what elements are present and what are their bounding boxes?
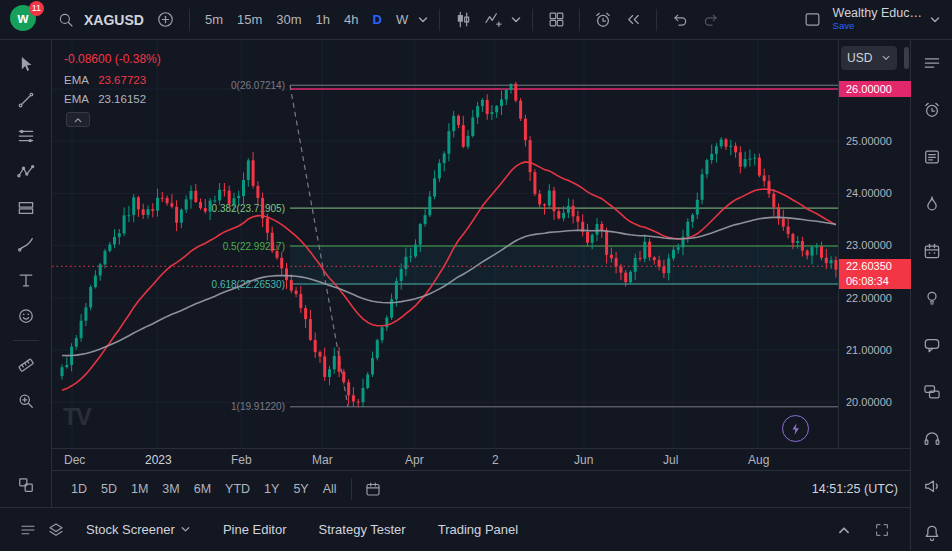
range-1d[interactable]: 1D bbox=[64, 478, 94, 500]
fib-retracement-icon bbox=[16, 126, 36, 146]
bottom-panel: Stock Screener Pine Editor Strategy Test… bbox=[0, 507, 910, 551]
tab-trading-panel[interactable]: Trading Panel bbox=[422, 516, 534, 543]
text-tool-button[interactable] bbox=[12, 266, 40, 294]
announcements-button[interactable] bbox=[919, 473, 945, 499]
drawing-toolbar bbox=[0, 40, 52, 507]
redo-button[interactable] bbox=[696, 6, 724, 34]
watchlist-button[interactable] bbox=[919, 50, 945, 76]
indicators-button[interactable] bbox=[479, 6, 507, 34]
emoji-smiley-icon bbox=[16, 306, 36, 326]
timeframe-30m[interactable]: 30m bbox=[270, 8, 307, 31]
brush-tool-button[interactable] bbox=[12, 230, 40, 258]
toolbar-separator bbox=[532, 9, 533, 31]
chart-style-button[interactable] bbox=[449, 6, 477, 34]
zoom-in-icon bbox=[16, 391, 36, 411]
fib-retracement-tool-button[interactable] bbox=[12, 122, 40, 150]
save-status-label[interactable]: Save bbox=[833, 21, 855, 31]
range-5d[interactable]: 5D bbox=[94, 478, 124, 500]
support-button[interactable] bbox=[919, 426, 945, 452]
timeframe-1w[interactable]: W bbox=[390, 8, 414, 31]
timeframe-1d-active[interactable]: D bbox=[367, 8, 388, 31]
hotlists-button[interactable] bbox=[919, 191, 945, 217]
legend-collapse-button[interactable] bbox=[66, 112, 90, 127]
ideas-button[interactable] bbox=[919, 285, 945, 311]
timeframe-4h[interactable]: 4h bbox=[338, 8, 364, 31]
save-layout-button[interactable] bbox=[799, 6, 827, 34]
toolbar-separator bbox=[351, 478, 352, 500]
object-tree-button[interactable] bbox=[12, 471, 40, 499]
range-all[interactable]: All bbox=[316, 478, 344, 500]
app-logo[interactable]: w 11 bbox=[10, 5, 40, 35]
instant-trading-button[interactable] bbox=[782, 415, 809, 442]
currency-value: USD bbox=[847, 51, 872, 65]
zoom-in-tool-button[interactable] bbox=[12, 387, 40, 415]
headset-icon bbox=[922, 429, 942, 449]
screener-list-button[interactable] bbox=[14, 516, 42, 544]
undo-button[interactable] bbox=[666, 6, 694, 34]
candlestick-chart[interactable]: 0(26.07214)0.382(23.71905)0.5(22.99217)0… bbox=[52, 40, 838, 448]
public-chats-button[interactable] bbox=[919, 379, 945, 405]
panel-expand-button[interactable] bbox=[830, 516, 858, 544]
alert-clock-icon bbox=[593, 10, 613, 30]
price-scale[interactable]: USD 26.00000 25.00000 24.00000 23.00000 … bbox=[838, 40, 910, 448]
chevron-down-icon bbox=[417, 14, 429, 26]
chart-canvas[interactable]: 0(26.07214)0.382(23.71905)0.5(22.99217)0… bbox=[52, 40, 910, 448]
pattern-tool-button[interactable] bbox=[12, 158, 40, 186]
range-ytd[interactable]: YTD bbox=[218, 478, 257, 500]
time-axis[interactable]: Dec 2023 Feb Mar Apr 2 Jun Jul Aug bbox=[52, 448, 910, 470]
indicators-menu-button[interactable] bbox=[509, 13, 523, 27]
tab-stock-screener[interactable]: Stock Screener bbox=[70, 516, 207, 543]
tab-strategy-tester[interactable]: Strategy Tester bbox=[302, 516, 421, 543]
time-label-aug: Aug bbox=[748, 453, 769, 467]
tab-pine-editor[interactable]: Pine Editor bbox=[207, 516, 303, 543]
alert-price-badge[interactable]: 26.00000 bbox=[839, 81, 911, 97]
create-alert-button[interactable] bbox=[589, 6, 617, 34]
go-to-date-button[interactable] bbox=[359, 475, 387, 503]
chat-button[interactable] bbox=[919, 332, 945, 358]
panel-layers-button[interactable] bbox=[42, 516, 70, 544]
symbol-name[interactable]: XAGUSD bbox=[84, 12, 144, 28]
time-label-may2: 2 bbox=[492, 453, 499, 467]
timeframe-menu-button[interactable] bbox=[416, 13, 430, 27]
range-6m[interactable]: 6M bbox=[187, 478, 218, 500]
layout-name-menu[interactable]: Wealthy Educ… Save bbox=[833, 7, 922, 31]
scrollbar-thumb[interactable] bbox=[904, 47, 909, 69]
chevron-down-icon bbox=[510, 14, 522, 26]
range-5y[interactable]: 5Y bbox=[286, 478, 315, 500]
range-1m[interactable]: 1M bbox=[124, 478, 155, 500]
panel-maximize-button[interactable] bbox=[868, 516, 896, 544]
utc-clock[interactable]: 14:51:25 (UTC) bbox=[812, 482, 898, 496]
cursor-tool-button[interactable] bbox=[12, 50, 40, 78]
top-toolbar: w 11 XAGUSD 5m 15m 30m 1h 4h D W bbox=[0, 0, 952, 40]
timeframe-5m[interactable]: 5m bbox=[199, 8, 229, 31]
hotlists-flame-icon bbox=[922, 194, 942, 214]
trading-app: w 11 XAGUSD 5m 15m 30m 1h 4h D W bbox=[0, 0, 952, 551]
range-3m[interactable]: 3M bbox=[155, 478, 186, 500]
trendline-tool-button[interactable] bbox=[12, 86, 40, 114]
svg-text:0.618(22.26530): 0.618(22.26530) bbox=[212, 279, 285, 290]
timeframe-15m[interactable]: 15m bbox=[231, 8, 268, 31]
notifications-button[interactable] bbox=[919, 520, 945, 546]
grid-layout-icon bbox=[547, 10, 566, 29]
position-tool-button[interactable] bbox=[12, 194, 40, 222]
text-tool-icon bbox=[16, 270, 36, 290]
bar-replay-button[interactable] bbox=[619, 6, 647, 34]
price-tick: 25.00000 bbox=[846, 134, 892, 148]
news-button[interactable] bbox=[919, 144, 945, 170]
lightbulb-icon bbox=[922, 288, 942, 308]
symbol-search-button[interactable] bbox=[52, 6, 80, 34]
emoji-tool-button[interactable] bbox=[12, 302, 40, 330]
economic-calendar-button[interactable] bbox=[919, 238, 945, 264]
multichart-layout-button[interactable] bbox=[542, 6, 570, 34]
plus-circle-icon bbox=[156, 10, 175, 29]
layout-menu-chevron[interactable] bbox=[928, 13, 942, 27]
notifications-bell-icon bbox=[922, 523, 942, 543]
date-range-bar: 1D 5D 1M 3M 6M YTD 1Y 5Y All 14:51:25 (U… bbox=[52, 470, 910, 507]
long-position-icon bbox=[16, 198, 36, 218]
alerts-button[interactable] bbox=[919, 97, 945, 123]
compare-add-symbol-button[interactable] bbox=[152, 6, 180, 34]
measure-tool-button[interactable] bbox=[12, 351, 40, 379]
range-1y[interactable]: 1Y bbox=[257, 478, 286, 500]
currency-select[interactable]: USD bbox=[841, 46, 897, 70]
timeframe-1h[interactable]: 1h bbox=[310, 8, 336, 31]
